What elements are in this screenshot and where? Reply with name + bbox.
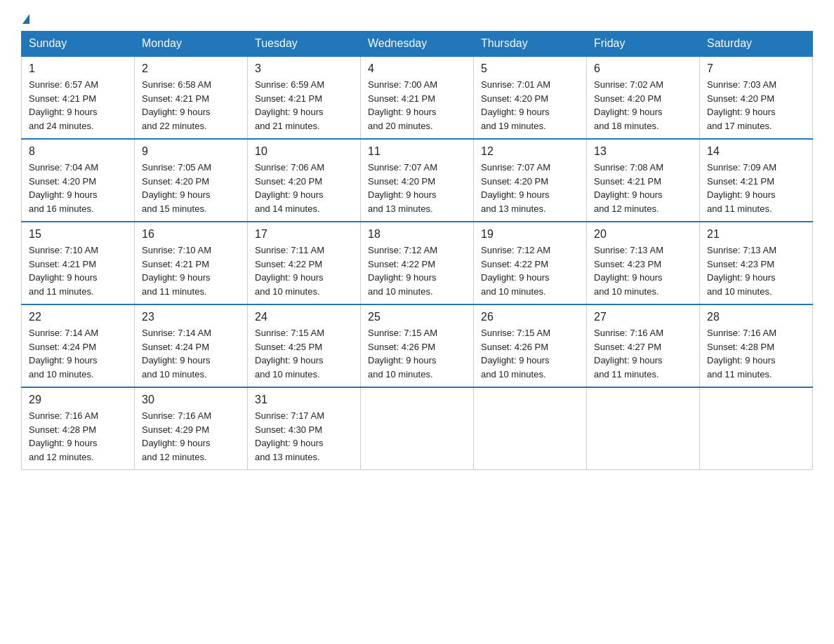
- calendar-day-cell: 20 Sunrise: 7:13 AMSunset: 4:23 PMDaylig…: [587, 222, 700, 304]
- day-info: Sunrise: 7:10 AMSunset: 4:21 PMDaylight:…: [142, 245, 211, 297]
- calendar-day-cell: 14 Sunrise: 7:09 AMSunset: 4:21 PMDaylig…: [700, 139, 813, 222]
- day-number: 26: [481, 311, 579, 323]
- day-info: Sunrise: 7:09 AMSunset: 4:21 PMDaylight:…: [707, 162, 776, 214]
- day-of-week-header: Thursday: [474, 32, 587, 57]
- day-number: 27: [594, 311, 692, 323]
- day-number: 15: [29, 228, 127, 241]
- calendar-day-cell: 22 Sunrise: 7:14 AMSunset: 4:24 PMDaylig…: [22, 304, 135, 387]
- day-info: Sunrise: 7:01 AMSunset: 4:20 PMDaylight:…: [481, 79, 550, 131]
- day-of-week-header: Friday: [587, 32, 700, 57]
- day-number: 3: [255, 62, 353, 75]
- day-info: Sunrise: 7:04 AMSunset: 4:20 PMDaylight:…: [29, 162, 98, 214]
- calendar-day-cell: 18 Sunrise: 7:12 AMSunset: 4:22 PMDaylig…: [361, 222, 474, 304]
- logo-triangle-icon: [22, 14, 29, 24]
- calendar-day-cell: 26 Sunrise: 7:15 AMSunset: 4:26 PMDaylig…: [474, 304, 587, 387]
- day-number: 1: [29, 62, 127, 75]
- day-number: 16: [142, 228, 240, 241]
- day-info: Sunrise: 7:16 AMSunset: 4:27 PMDaylight:…: [594, 328, 663, 380]
- day-info: Sunrise: 7:15 AMSunset: 4:25 PMDaylight:…: [255, 328, 324, 380]
- calendar-week-row: 29 Sunrise: 7:16 AMSunset: 4:28 PMDaylig…: [22, 387, 813, 470]
- calendar-table: SundayMondayTuesdayWednesdayThursdayFrid…: [21, 31, 813, 470]
- logo: [21, 14, 29, 24]
- day-info: Sunrise: 7:17 AMSunset: 4:30 PMDaylight:…: [255, 410, 324, 462]
- calendar-day-cell: [587, 387, 700, 470]
- day-number: 30: [142, 394, 240, 406]
- day-of-week-header: Saturday: [700, 32, 813, 57]
- day-info: Sunrise: 7:13 AMSunset: 4:23 PMDaylight:…: [594, 245, 663, 297]
- day-number: 21: [707, 228, 805, 241]
- calendar-day-cell: 28 Sunrise: 7:16 AMSunset: 4:28 PMDaylig…: [700, 304, 813, 387]
- calendar-day-cell: 15 Sunrise: 7:10 AMSunset: 4:21 PMDaylig…: [22, 222, 135, 304]
- calendar-day-cell: 9 Sunrise: 7:05 AMSunset: 4:20 PMDayligh…: [135, 139, 248, 222]
- calendar-day-cell: 2 Sunrise: 6:58 AMSunset: 4:21 PMDayligh…: [135, 56, 248, 139]
- day-info: Sunrise: 7:08 AMSunset: 4:21 PMDaylight:…: [594, 162, 663, 214]
- day-number: 2: [142, 62, 240, 75]
- calendar-day-cell: 3 Sunrise: 6:59 AMSunset: 4:21 PMDayligh…: [248, 56, 361, 139]
- day-info: Sunrise: 7:14 AMSunset: 4:24 PMDaylight:…: [29, 328, 98, 380]
- day-number: 18: [368, 228, 466, 241]
- day-info: Sunrise: 7:14 AMSunset: 4:24 PMDaylight:…: [142, 328, 211, 380]
- calendar-day-cell: [361, 387, 474, 470]
- day-info: Sunrise: 7:11 AMSunset: 4:22 PMDaylight:…: [255, 245, 324, 297]
- day-info: Sunrise: 6:59 AMSunset: 4:21 PMDaylight:…: [255, 79, 324, 131]
- day-number: 5: [481, 62, 579, 75]
- day-number: 24: [255, 311, 353, 323]
- calendar-header-row: SundayMondayTuesdayWednesdayThursdayFrid…: [22, 32, 813, 57]
- day-number: 10: [255, 145, 353, 158]
- day-info: Sunrise: 7:16 AMSunset: 4:28 PMDaylight:…: [29, 410, 98, 462]
- day-number: 9: [142, 145, 240, 158]
- calendar-day-cell: 29 Sunrise: 7:16 AMSunset: 4:28 PMDaylig…: [22, 387, 135, 470]
- day-info: Sunrise: 7:10 AMSunset: 4:21 PMDaylight:…: [29, 245, 98, 297]
- page-header: [21, 14, 813, 24]
- calendar-day-cell: 11 Sunrise: 7:07 AMSunset: 4:20 PMDaylig…: [361, 139, 474, 222]
- day-number: 31: [255, 394, 353, 406]
- day-info: Sunrise: 7:13 AMSunset: 4:23 PMDaylight:…: [707, 245, 776, 297]
- calendar-day-cell: 7 Sunrise: 7:03 AMSunset: 4:20 PMDayligh…: [700, 56, 813, 139]
- calendar-day-cell: 30 Sunrise: 7:16 AMSunset: 4:29 PMDaylig…: [135, 387, 248, 470]
- day-number: 8: [29, 145, 127, 158]
- day-number: 29: [29, 394, 127, 406]
- calendar-day-cell: 16 Sunrise: 7:10 AMSunset: 4:21 PMDaylig…: [135, 222, 248, 304]
- day-number: 6: [594, 62, 692, 75]
- day-info: Sunrise: 7:03 AMSunset: 4:20 PMDaylight:…: [707, 79, 776, 131]
- calendar-week-row: 15 Sunrise: 7:10 AMSunset: 4:21 PMDaylig…: [22, 222, 813, 304]
- day-of-week-header: Tuesday: [248, 32, 361, 57]
- day-info: Sunrise: 7:16 AMSunset: 4:29 PMDaylight:…: [142, 410, 211, 462]
- day-number: 22: [29, 311, 127, 323]
- calendar-day-cell: [474, 387, 587, 470]
- day-number: 19: [481, 228, 579, 241]
- calendar-day-cell: 8 Sunrise: 7:04 AMSunset: 4:20 PMDayligh…: [22, 139, 135, 222]
- day-info: Sunrise: 6:58 AMSunset: 4:21 PMDaylight:…: [142, 79, 211, 131]
- day-info: Sunrise: 7:15 AMSunset: 4:26 PMDaylight:…: [481, 328, 550, 380]
- day-number: 25: [368, 311, 466, 323]
- day-number: 17: [255, 228, 353, 241]
- day-number: 14: [707, 145, 805, 158]
- day-of-week-header: Wednesday: [361, 32, 474, 57]
- day-info: Sunrise: 7:12 AMSunset: 4:22 PMDaylight:…: [368, 245, 437, 297]
- calendar-day-cell: 10 Sunrise: 7:06 AMSunset: 4:20 PMDaylig…: [248, 139, 361, 222]
- calendar-week-row: 22 Sunrise: 7:14 AMSunset: 4:24 PMDaylig…: [22, 304, 813, 387]
- day-info: Sunrise: 7:12 AMSunset: 4:22 PMDaylight:…: [481, 245, 550, 297]
- day-info: Sunrise: 7:02 AMSunset: 4:20 PMDaylight:…: [594, 79, 663, 131]
- calendar-day-cell: 31 Sunrise: 7:17 AMSunset: 4:30 PMDaylig…: [248, 387, 361, 470]
- calendar-day-cell: 13 Sunrise: 7:08 AMSunset: 4:21 PMDaylig…: [587, 139, 700, 222]
- day-number: 28: [707, 311, 805, 323]
- calendar-day-cell: [700, 387, 813, 470]
- day-number: 4: [368, 62, 466, 75]
- day-info: Sunrise: 7:15 AMSunset: 4:26 PMDaylight:…: [368, 328, 437, 380]
- calendar-day-cell: 27 Sunrise: 7:16 AMSunset: 4:27 PMDaylig…: [587, 304, 700, 387]
- day-of-week-header: Sunday: [22, 32, 135, 57]
- calendar-day-cell: 12 Sunrise: 7:07 AMSunset: 4:20 PMDaylig…: [474, 139, 587, 222]
- day-info: Sunrise: 6:57 AMSunset: 4:21 PMDaylight:…: [29, 79, 98, 131]
- day-of-week-header: Monday: [135, 32, 248, 57]
- day-number: 23: [142, 311, 240, 323]
- calendar-day-cell: 21 Sunrise: 7:13 AMSunset: 4:23 PMDaylig…: [700, 222, 813, 304]
- calendar-day-cell: 1 Sunrise: 6:57 AMSunset: 4:21 PMDayligh…: [22, 56, 135, 139]
- calendar-day-cell: 23 Sunrise: 7:14 AMSunset: 4:24 PMDaylig…: [135, 304, 248, 387]
- day-number: 7: [707, 62, 805, 75]
- calendar-day-cell: 19 Sunrise: 7:12 AMSunset: 4:22 PMDaylig…: [474, 222, 587, 304]
- day-number: 20: [594, 228, 692, 241]
- day-info: Sunrise: 7:16 AMSunset: 4:28 PMDaylight:…: [707, 328, 776, 380]
- day-info: Sunrise: 7:07 AMSunset: 4:20 PMDaylight:…: [481, 162, 550, 214]
- day-number: 13: [594, 145, 692, 158]
